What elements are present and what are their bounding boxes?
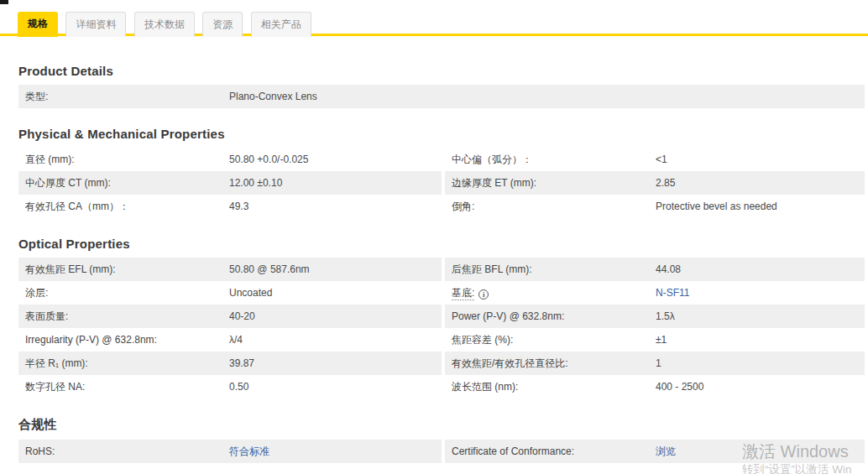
tab-bar: 规格 详细资料 技术数据 资源 相关产品 (0, 0, 868, 36)
tab-technical-data[interactable]: 技术数据 (134, 12, 195, 37)
spec-label-radius: 半径 R₁ (mm): (18, 357, 229, 371)
table-row: 类型: Plano-Convex Lens (18, 85, 865, 108)
table-row: Irregularity (P-V) @ 632.8nm: λ/4 焦距容差 (… (18, 328, 865, 352)
spec-value-radius: 39.87 (229, 357, 254, 369)
section-title-compliance: 合规性 (18, 398, 865, 433)
table-row: 表面质量: 40-20 Power (P-V) @ 632.8nm: 1.5λ (18, 305, 865, 328)
spec-label-center-thickness: 中心厚度 CT (mm): (18, 176, 229, 190)
tab-related-products[interactable]: 相关产品 (251, 12, 311, 37)
spec-label-edge-thickness: 边缘厚度 ET (mm): (445, 176, 656, 190)
spec-value-diameter: 50.80 +0.0/-0.025 (229, 154, 308, 165)
spec-content: Product Details 类型: Plano-Convex Lens Ph… (18, 36, 865, 463)
spec-value-surface-quality: 40-20 (229, 310, 255, 322)
spec-label-rohs: RoHS: (18, 445, 229, 457)
table-row: 半径 R₁ (mm): 39.87 有效焦距/有效孔径直径比: 1 (18, 352, 865, 375)
spec-label-irregularity: Irregularity (P-V) @ 632.8nm: (18, 334, 229, 346)
table-row: 直径 (mm): 50.80 +0.0/-0.025 中心偏（弧分）： <1 (18, 148, 865, 171)
table-row: 有效焦距 EFL (mm): 50.80 @ 587.6nm 后焦距 BFL (… (18, 258, 865, 281)
spec-label-fnumber: 有效焦距/有效孔径直径比: (445, 357, 656, 371)
spec-value-bevel: Protective bevel as needed (656, 201, 777, 212)
screen-artifact (0, 0, 8, 4)
tab-details[interactable]: 详细资料 (65, 12, 126, 37)
spec-value-fnumber: 1 (656, 357, 661, 369)
spec-label-type: 类型: (18, 90, 229, 104)
spec-value-wavelength-range: 400 - 2500 (656, 381, 703, 393)
tab-resources[interactable]: 资源 (202, 12, 243, 37)
spec-value-na: 0.50 (229, 381, 248, 393)
activate-windows-watermark-subtext: 转到“设置”以激活 Win (742, 462, 852, 474)
section-title-product-details: Product Details (18, 36, 865, 78)
table-row: 有效孔径 CA（mm）： 49.3 倒角: Protective bevel a… (18, 195, 865, 218)
spec-label-focal-tolerance: 焦距容差 (%): (445, 333, 656, 347)
spec-label-centration: 中心偏（弧分）： (445, 153, 656, 167)
spec-value-coating: Uncoated (229, 287, 272, 299)
spec-value-irregularity: λ/4 (229, 334, 243, 346)
spec-label-substrate: 基底:i (445, 286, 656, 300)
spec-value-centration: <1 (656, 154, 667, 165)
spec-value-center-thickness: 12.00 ±0.10 (229, 177, 282, 189)
table-row: 中心厚度 CT (mm): 12.00 ±0.10 边缘厚度 ET (mm): … (18, 171, 865, 195)
spec-label-efl: 有效焦距 EFL (mm): (18, 263, 229, 277)
table-row: 涂层: Uncoated 基底:i N-SF11 (18, 281, 865, 305)
spec-label-na: 数字孔径 NA: (18, 380, 229, 394)
section-title-physical: Physical & Mechanical Properties (18, 108, 865, 141)
rohs-compliant-link[interactable]: 符合标准 (229, 445, 269, 459)
spec-value-focal-tolerance: ±1 (656, 334, 667, 346)
info-icon[interactable]: i (478, 289, 489, 300)
spec-label-wavelength-range: 波长范围 (nm): (445, 380, 656, 394)
spec-label-certificate: Certificate of Conformance: (445, 445, 656, 457)
spec-label-power: Power (P-V) @ 632.8nm: (445, 310, 656, 322)
substrate-link[interactable]: N-SF11 (656, 287, 689, 299)
spec-label-diameter: 直径 (mm): (18, 153, 229, 167)
spec-label-coating: 涂层: (18, 286, 229, 300)
spec-label-surface-quality: 表面质量: (18, 310, 229, 324)
spec-value-edge-thickness: 2.85 (656, 177, 675, 189)
tab-specs[interactable]: 规格 (18, 12, 58, 37)
spec-value-type: Plano-Convex Lens (229, 91, 317, 102)
substrate-tooltip-label[interactable]: 基底: (452, 287, 474, 300)
certificate-view-link[interactable]: 浏览 (656, 445, 676, 459)
section-title-optical: Optical Properties (18, 218, 865, 251)
table-row: 数字孔径 NA: 0.50 波长范围 (nm): 400 - 2500 (18, 375, 865, 398)
spec-label-clear-aperture: 有效孔径 CA（mm）： (18, 200, 229, 214)
spec-value-clear-aperture: 49.3 (229, 201, 248, 212)
spec-label-bfl: 后焦距 BFL (mm): (445, 263, 656, 277)
spec-value-bfl: 44.08 (656, 263, 681, 275)
spec-value-efl: 50.80 @ 587.6nm (229, 263, 310, 275)
table-row: RoHS: 符合标准 Certificate of Conformance: 浏… (18, 440, 865, 463)
spec-label-bevel: 倒角: (445, 200, 656, 214)
spec-value-power: 1.5λ (656, 310, 675, 322)
